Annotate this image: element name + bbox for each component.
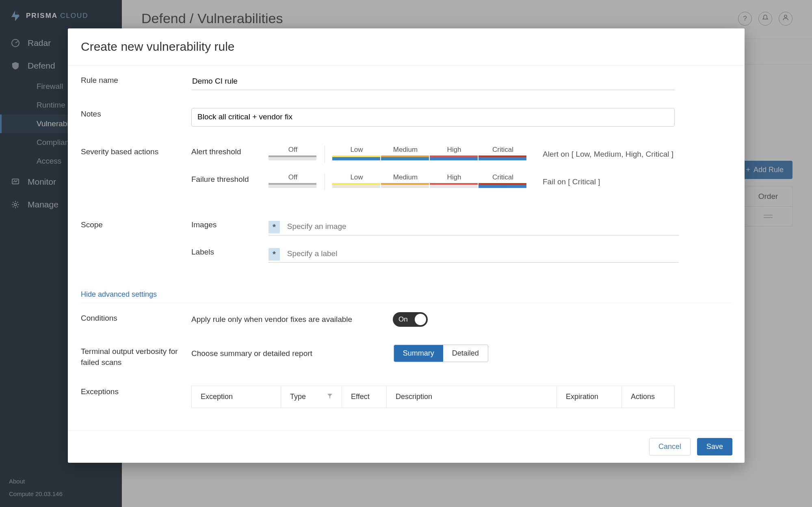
modal-title: Create new vulnerability rule [81,40,732,54]
toggle-label: On [398,315,408,324]
sev-crit: Critical [479,173,527,181]
sev-crit: Critical [479,146,527,154]
sev-off: Off [269,146,317,154]
sev-low: Low [332,146,381,154]
filter-icon[interactable] [327,393,333,401]
vendor-fix-toggle[interactable]: On [393,312,428,327]
severity-slider-fail[interactable]: Off [269,173,317,190]
severity-label: Severity based actions [81,146,191,156]
severity-slider-alert[interactable]: Off [269,146,317,163]
failure-threshold-label: Failure threshold [191,173,269,184]
sev-high: High [430,173,479,181]
col-effect: Effect [342,386,387,408]
sev-med: Medium [381,146,430,154]
notes-label: Notes [81,108,191,119]
wildcard-tag[interactable]: * [269,221,280,233]
alert-summary-text: Alert on [ Low, Medium, High, Critical ] [543,146,673,163]
images-label: Images [191,219,269,229]
conditions-desc: Apply rule only when vendor fixes are av… [191,315,352,324]
verbosity-label: Terminal output verbosity for failed sca… [81,345,191,368]
alert-threshold-label: Alert threshold [191,146,269,156]
conditions-label: Conditions [81,312,191,323]
rule-name-label: Rule name [81,74,191,85]
verbosity-desc: Choose summary or detailed report [191,349,312,358]
fail-summary-text: Fail on [ Critical ] [543,173,600,190]
sev-off: Off [269,173,317,181]
verbosity-pill-group: Summary Detailed [394,345,488,362]
rule-name-input[interactable] [191,74,675,90]
sev-high: High [430,146,479,154]
cancel-button[interactable]: Cancel [649,438,691,455]
col-type: Type [281,386,342,408]
scope-label: Scope [81,219,191,229]
severity-slider-fail-levels[interactable]: Low Medium High Critical [332,173,527,190]
advanced-settings-toggle[interactable]: Hide advanced settings [81,282,732,303]
col-actions: Actions [622,386,675,408]
col-exception: Exception [192,386,281,408]
images-input[interactable] [287,219,679,235]
create-rule-modal: Create new vulnerability rule Rule name … [68,28,745,463]
pill-detailed[interactable]: Detailed [443,345,488,362]
labels-label: Labels [191,246,269,257]
exceptions-table: Exception Type Effect Description Expira… [191,386,675,408]
notes-textarea[interactable]: Block all critical + vendor fix [191,108,675,127]
images-input-container: * [269,219,679,235]
labels-input-container: * [269,246,679,263]
sev-med: Medium [381,173,430,181]
exceptions-label: Exceptions [81,386,191,396]
labels-input[interactable] [287,246,679,262]
col-expiration: Expiration [557,386,622,408]
severity-slider-alert-levels[interactable]: Low Medium High Critical [332,146,527,163]
save-button[interactable]: Save [697,438,732,455]
pill-summary[interactable]: Summary [394,345,443,362]
sev-low: Low [332,173,381,181]
wildcard-tag[interactable]: * [269,248,280,261]
col-description: Description [387,386,557,408]
